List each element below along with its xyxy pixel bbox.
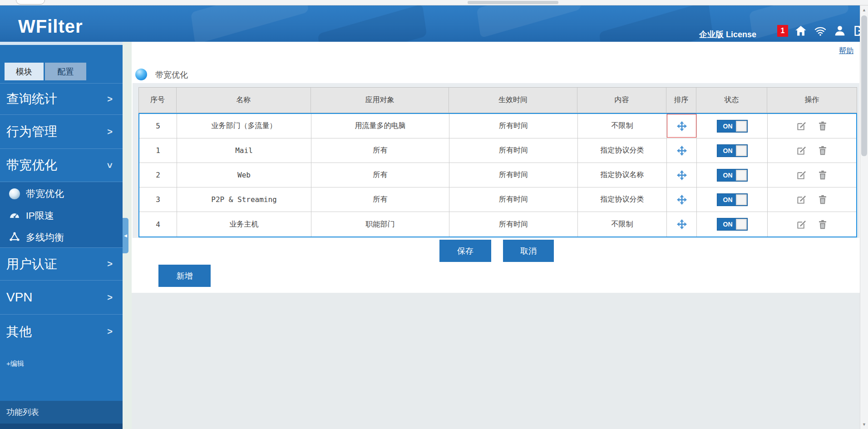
submenu-item-bandwidth-opt[interactable]: 带宽优化	[0, 183, 123, 205]
cell-target: 职能部门	[311, 212, 449, 237]
submenu-label: 带宽优化	[26, 187, 64, 200]
sidebar-item-others[interactable]: 其他 >	[0, 314, 123, 349]
table-row: 3P2P & Streaming所有所有时间指定协议分类ON	[139, 187, 856, 212]
status-toggle[interactable]: ON	[717, 144, 748, 157]
chevron-right-icon: >	[107, 259, 113, 269]
status-toggle[interactable]: ON	[717, 193, 748, 206]
sidebar-tab-modules[interactable]: 模块	[5, 63, 44, 80]
cell-content: 指定协议名称	[578, 163, 667, 187]
sidebar-item-query-stats[interactable]: 查询统计 >	[0, 83, 123, 114]
cell-target: 所有	[311, 138, 449, 163]
horizontal-scrollbar-thumb[interactable]	[468, 1, 558, 4]
chevron-right-icon: >	[107, 127, 113, 137]
trash-icon[interactable]	[817, 145, 828, 156]
sidebar-tab-config[interactable]: 配置	[45, 63, 86, 80]
cell-name: 业务主机	[177, 212, 311, 237]
add-button[interactable]: 新增	[158, 265, 211, 287]
trash-icon[interactable]	[817, 194, 828, 205]
column-header-content: 内容	[577, 88, 666, 113]
sidebar-edit-link[interactable]: +编辑	[6, 360, 24, 368]
keyboard-texture	[599, 5, 713, 42]
notification-badge[interactable]: 1	[777, 25, 788, 37]
cell-target: 用流量多的电脑	[311, 114, 449, 138]
home-icon[interactable]	[794, 24, 808, 38]
status-toggle[interactable]: ON	[717, 169, 748, 182]
cell-seq: 5	[139, 114, 177, 138]
cell-time: 所有时间	[449, 138, 578, 163]
table-row: 2Web所有所有时间指定协议名称ON	[139, 163, 856, 187]
chevron-down-icon: >	[105, 163, 115, 168]
status-toggle[interactable]: ON	[717, 218, 748, 231]
column-header-status: 状态	[696, 88, 767, 113]
column-header-seq: 序号	[139, 88, 177, 113]
menu-label: 其他	[6, 323, 32, 340]
sidebar-item-bandwidth-opt[interactable]: 带宽优化 >	[0, 148, 123, 182]
trash-icon[interactable]	[817, 170, 828, 181]
sidebar-item-user-auth[interactable]: 用户认证 >	[0, 247, 123, 280]
toggle-knob	[736, 170, 747, 181]
edit-icon[interactable]	[796, 219, 807, 230]
submenu-item-load-balance[interactable]: 多线均衡	[0, 227, 123, 248]
app-header: WFilter 企业版 License 1	[0, 5, 868, 42]
submenu-item-ip-limit[interactable]: IP限速	[0, 205, 123, 227]
sidebar-submenu: 带宽优化 IP限速 多线均衡	[0, 182, 123, 247]
table-row: 5业务部门（多流量）用流量多的电脑所有时间不限制ON	[139, 114, 856, 138]
menu-label: 带宽优化	[6, 157, 57, 174]
cell-content: 指定协议分类	[578, 138, 667, 163]
edit-icon[interactable]	[796, 170, 807, 181]
trash-icon[interactable]	[817, 121, 828, 132]
app-logo: WFilter	[18, 16, 83, 37]
move-icon[interactable]	[676, 121, 687, 132]
toggle-knob	[736, 121, 747, 132]
user-icon[interactable]	[833, 24, 847, 38]
move-icon[interactable]	[676, 145, 687, 156]
sidebar-item-behavior-mgmt[interactable]: 行为管理 >	[0, 114, 123, 148]
chevron-right-icon: >	[107, 326, 113, 337]
license-label[interactable]: 企业版 License	[699, 29, 756, 40]
menu-label: 行为管理	[6, 123, 57, 140]
chevron-right-icon: >	[107, 292, 113, 303]
edit-icon[interactable]	[796, 194, 807, 205]
move-icon[interactable]	[676, 194, 687, 205]
vertical-scrollbar-thumb[interactable]	[861, 15, 867, 156]
vertical-scrollbar[interactable]: ▲ ▼	[860, 5, 868, 429]
help-link[interactable]: 帮助	[839, 46, 853, 56]
cell-name: 业务部门（多流量）	[177, 114, 311, 138]
sidebar-top-strip	[0, 42, 123, 45]
orb-icon	[9, 188, 20, 199]
sidebar-item-vpn[interactable]: VPN >	[0, 280, 123, 314]
sidebar-footer-function-list[interactable]: 功能列表	[0, 401, 123, 424]
submenu-label: 多线均衡	[26, 231, 64, 244]
cancel-button[interactable]: 取消	[503, 240, 554, 262]
move-icon[interactable]	[676, 170, 687, 181]
scroll-down-arrow[interactable]: ▼	[860, 421, 868, 428]
cell-name: Mail	[177, 138, 311, 163]
sidebar-collapse-handle[interactable]: ◀	[123, 218, 128, 253]
wifi-icon[interactable]	[814, 24, 827, 38]
edit-icon[interactable]	[796, 145, 807, 156]
edit-icon[interactable]	[796, 121, 807, 132]
move-icon[interactable]	[676, 219, 687, 230]
status-toggle[interactable]: ON	[717, 120, 748, 133]
column-header-sort: 排序	[666, 88, 696, 113]
sidebar: 模块 配置 查询统计 > 行为管理 > 带宽优化 > 带宽优化 IP限速 多线均…	[0, 42, 123, 429]
main-content: 帮助 带宽优化 序号 名称 应用对象 生效时间 内容 排序 状态 操作 5业务部…	[132, 42, 860, 429]
gauge-icon	[9, 210, 20, 222]
menu-label: VPN	[6, 290, 33, 305]
scroll-up-arrow[interactable]: ▲	[860, 6, 868, 14]
menu-label: 查询统计	[6, 90, 57, 108]
footer-label: 功能列表	[6, 407, 39, 418]
cell-time: 所有时间	[449, 114, 578, 138]
header-icon-bar: 1	[777, 23, 866, 39]
column-header-target: 应用对象	[311, 88, 449, 113]
keyboard-texture	[318, 5, 427, 42]
trash-icon[interactable]	[817, 219, 828, 230]
toggle-on-label: ON	[723, 123, 733, 130]
toggle-knob	[736, 145, 747, 156]
keyboard-texture	[477, 5, 581, 38]
table-panel: 序号 名称 应用对象 生效时间 内容 排序 状态 操作 5业务部门（多流量）用流…	[133, 83, 859, 238]
cell-name: P2P & Streaming	[177, 187, 311, 212]
save-button[interactable]: 保存	[439, 240, 491, 262]
cell-target: 所有	[311, 187, 449, 212]
cell-time: 所有时间	[449, 187, 578, 212]
